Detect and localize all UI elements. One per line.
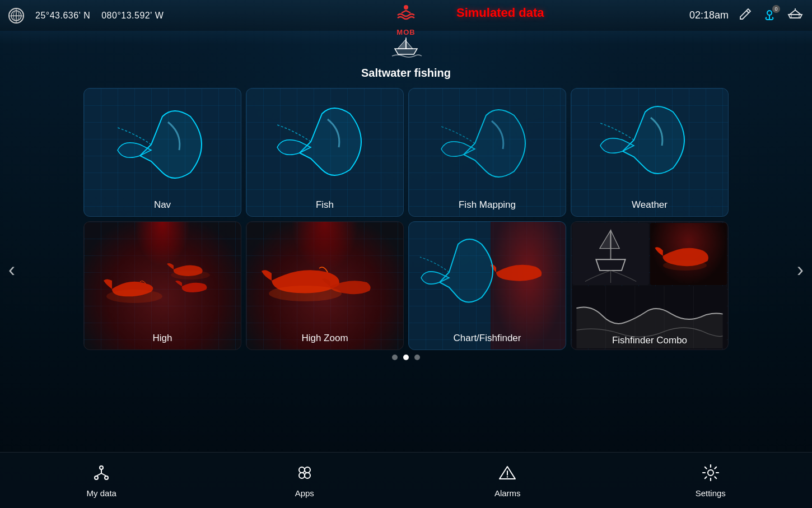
mob-icon [395, 3, 417, 27]
svg-point-7 [106, 290, 162, 303]
fish-card[interactable]: Fish [246, 88, 404, 217]
time-display: 02:18am [689, 10, 729, 21]
vessel-icon[interactable] [787, 7, 804, 24]
weather-card-label: Weather [632, 199, 668, 211]
fishing-title: Saltwater fishing [361, 67, 451, 80]
topbar-right: 02:18am 0 [689, 7, 804, 24]
my-data-icon [92, 463, 111, 485]
settings-icon [701, 463, 720, 485]
svg-line-19 [96, 473, 101, 476]
svg-point-24 [305, 473, 310, 478]
fish-mapping-card-label: Fish Mapping [459, 199, 516, 211]
prev-arrow[interactable]: ‹ [8, 258, 15, 282]
main-content: Saltwater fishing ‹ › Nav [0, 31, 812, 452]
settings-label: Settings [696, 488, 726, 498]
my-data-label: My data [87, 488, 116, 498]
chart-fishfinder-card[interactable]: Chart/Fishfinder [408, 221, 566, 350]
my-data-nav-item[interactable]: My data [0, 463, 203, 498]
high-card-label: High [153, 333, 172, 344]
boat-icon [389, 36, 423, 64]
edit-icon[interactable] [739, 7, 752, 24]
svg-line-20 [101, 473, 106, 476]
globe-icon [8, 8, 24, 24]
high-zoom-card-label: High Zoom [301, 333, 348, 344]
high-zoom-card[interactable]: High Zoom [246, 221, 404, 350]
weather-card[interactable]: Weather [571, 88, 729, 217]
fishfinder-combo-card[interactable]: Fishfinder Combo [571, 221, 729, 350]
cards-row-1: Nav Fish Fish Ma [34, 88, 778, 217]
svg-point-9 [269, 286, 342, 301]
dot-1[interactable] [392, 355, 398, 360]
alarms-nav-item[interactable]: Alarms [406, 463, 609, 498]
alarms-icon [498, 463, 517, 485]
apps-label: Apps [295, 488, 314, 498]
svg-point-16 [95, 476, 98, 479]
svg-point-8 [171, 271, 210, 279]
chart-fishfinder-card-label: Chart/Fishfinder [454, 333, 521, 344]
svg-point-23 [299, 473, 305, 478]
svg-point-27 [708, 470, 713, 476]
layers-badge: 0 [772, 5, 780, 13]
fishfinder-combo-card-label: Fishfinder Combo [571, 335, 728, 346]
dot-2[interactable] [403, 355, 409, 360]
cards-container: ‹ › Nav [0, 88, 812, 452]
alarms-label: Alarms [494, 488, 521, 498]
mob-label: MOB [396, 28, 415, 36]
coords-lat: 25°43.636' N [35, 11, 90, 21]
nav-card[interactable]: Nav [83, 88, 241, 217]
dot-3[interactable] [414, 355, 420, 360]
fish-mapping-card[interactable]: Fish Mapping [408, 88, 566, 217]
topbar: 25°43.636' N 080°13.592' W MOB 02:18am [0, 0, 812, 31]
svg-point-15 [100, 466, 103, 469]
svg-point-26 [507, 476, 508, 477]
high-card[interactable]: High [83, 221, 241, 350]
next-arrow[interactable]: › [797, 258, 804, 282]
fish-card-label: Fish [316, 199, 334, 211]
cards-row-2: High High Zoom [34, 221, 778, 350]
pagination [34, 355, 778, 360]
settings-nav-item[interactable]: Settings [609, 463, 813, 498]
topbar-left: 25°43.636' N 080°13.592' W [8, 8, 164, 24]
mob-button[interactable]: MOB [395, 3, 417, 36]
apps-icon [295, 463, 314, 485]
svg-point-22 [305, 467, 310, 473]
apps-nav-item[interactable]: Apps [203, 463, 407, 498]
bottom-nav: My data Apps Alarms [0, 452, 812, 508]
svg-point-4 [404, 5, 408, 10]
sim-data-banner: Simulated data [456, 6, 544, 20]
coords-lon: 080°13.592' W [101, 11, 164, 21]
svg-point-0 [11, 11, 21, 21]
svg-point-17 [105, 476, 108, 479]
svg-point-5 [767, 11, 772, 15]
svg-point-21 [299, 467, 305, 473]
svg-point-1 [13, 11, 19, 21]
svg-point-10 [663, 260, 707, 271]
layers-button[interactable]: 0 [762, 8, 777, 23]
nav-card-label: Nav [154, 199, 171, 211]
fishing-header: Saltwater fishing [361, 36, 451, 80]
